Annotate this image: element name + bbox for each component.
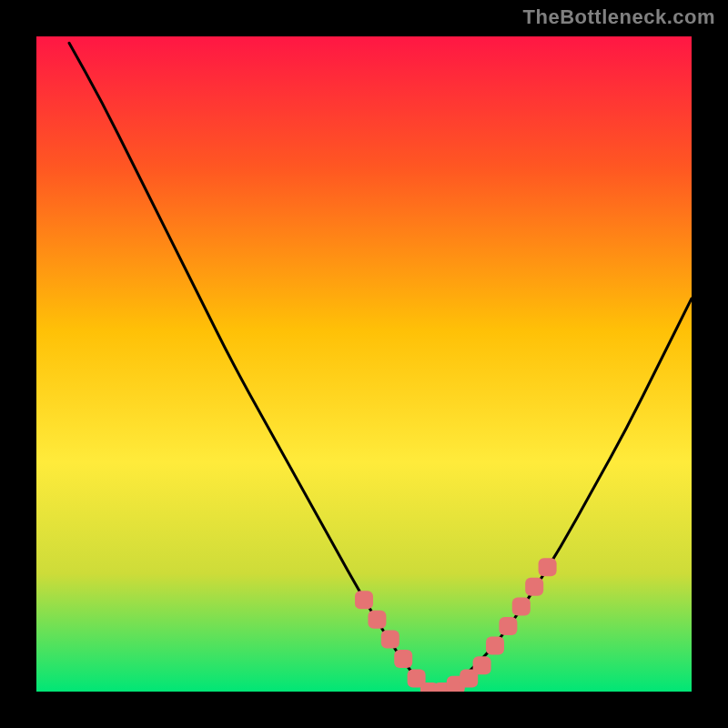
highlight-dot xyxy=(368,611,386,629)
highlight-dot xyxy=(473,656,491,674)
highlight-dot xyxy=(355,591,373,609)
highlight-dot xyxy=(525,578,543,596)
bottleneck-chart xyxy=(36,36,692,692)
highlight-dot xyxy=(539,558,557,576)
plot-area-wrapper xyxy=(36,36,692,692)
highlight-dot xyxy=(499,617,517,635)
watermark-text: TheBottleneck.com xyxy=(523,5,715,29)
highlight-dot xyxy=(381,630,399,648)
chart-container: TheBottleneck.com xyxy=(0,0,728,728)
highlight-dot xyxy=(512,597,531,615)
highlight-dot xyxy=(394,650,412,668)
highlight-dot xyxy=(486,637,504,655)
